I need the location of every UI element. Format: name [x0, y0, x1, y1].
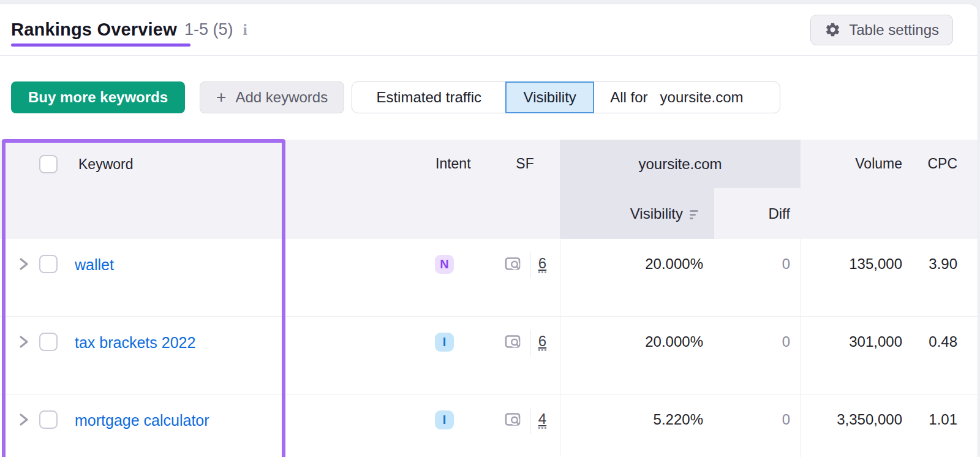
- table-row: wallet N 6 20.000% 0 135,000 3.90: [0, 239, 978, 317]
- buy-more-keywords-button[interactable]: Buy more keywords: [11, 81, 185, 113]
- sf-count-link[interactable]: 4: [538, 411, 546, 429]
- rankings-table: Keyword Intent SF yoursite.com Volume CP…: [0, 140, 978, 457]
- select-all-checkbox[interactable]: [39, 155, 58, 173]
- table-settings-button[interactable]: Table settings: [810, 15, 953, 45]
- intent-badge[interactable]: I: [435, 410, 454, 429]
- sf-column-header[interactable]: SF: [490, 140, 560, 188]
- sf-count-link[interactable]: 6: [538, 255, 546, 273]
- intent-badge[interactable]: I: [435, 333, 454, 352]
- visibility-value: 20.000%: [560, 317, 714, 394]
- divider: [530, 252, 530, 278]
- row-checkbox[interactable]: [39, 410, 58, 429]
- sort-descending-icon: [690, 210, 703, 220]
- intent-badge[interactable]: N: [435, 255, 454, 274]
- visibility-column-header[interactable]: Visibility: [560, 188, 714, 239]
- domain-group-header: yoursite.com: [560, 140, 801, 188]
- page-title: Rankings Overview: [11, 20, 177, 40]
- domain-selector[interactable]: yoursite.com: [660, 89, 744, 106]
- row-checkbox[interactable]: [39, 255, 58, 273]
- cpc-value: 1.01: [913, 395, 978, 457]
- add-keywords-button[interactable]: + Add keywords: [200, 81, 344, 113]
- volume-value: 3,350,000: [801, 395, 913, 457]
- add-keywords-label: Add keywords: [235, 89, 328, 106]
- keyword-link[interactable]: mortgage calculator: [75, 411, 209, 429]
- visibility-value: 5.220%: [560, 395, 714, 457]
- title-row: Rankings Overview 1-5 (5) i Table settin…: [0, 4, 978, 56]
- rankings-overview-card: Rankings Overview 1-5 (5) i Table settin…: [0, 4, 978, 457]
- cpc-value: 3.90: [913, 239, 978, 316]
- divider: [530, 408, 530, 434]
- title-underline-highlight: [11, 43, 190, 47]
- table-row: mortgage calculator I 4 5.220% 0 3,350,0…: [0, 395, 978, 457]
- tab-visibility[interactable]: Visibility: [505, 81, 594, 113]
- keyword-link[interactable]: wallet: [75, 255, 114, 274]
- chevron-right-icon[interactable]: [15, 334, 31, 350]
- serp-features-icon[interactable]: [503, 333, 522, 351]
- volume-value: 301,000: [801, 317, 913, 394]
- divider: [530, 330, 530, 356]
- plus-icon: +: [216, 89, 226, 106]
- row-checkbox[interactable]: [39, 333, 58, 351]
- volume-value: 135,000: [801, 239, 913, 316]
- visibility-header-label: Visibility: [630, 205, 683, 222]
- serp-features-icon[interactable]: [503, 255, 522, 273]
- table-row: tax brackets 2022 I 6 20.000% 0 301,000 …: [0, 317, 978, 395]
- all-for-label: All for: [610, 89, 647, 106]
- serp-features-icon[interactable]: [503, 410, 522, 429]
- diff-value: 0: [714, 395, 801, 457]
- chevron-right-icon[interactable]: [15, 412, 31, 428]
- diff-value: 0: [714, 317, 801, 394]
- results-range-count: 1-5 (5): [184, 20, 233, 39]
- info-icon[interactable]: i: [243, 21, 247, 39]
- visibility-value: 20.000%: [560, 239, 714, 316]
- diff-column-header[interactable]: Diff: [714, 188, 801, 239]
- cpc-column-header[interactable]: CPC: [913, 140, 978, 188]
- intent-column-header[interactable]: Intent: [429, 140, 490, 188]
- table-header: Keyword Intent SF yoursite.com Volume CP…: [0, 140, 978, 239]
- metric-filter-bar: Estimated traffic Visibility All for you…: [352, 81, 780, 113]
- keyword-column-header[interactable]: Keyword: [78, 155, 133, 173]
- table-settings-label: Table settings: [849, 21, 939, 39]
- tab-estimated-traffic[interactable]: Estimated traffic: [352, 82, 505, 113]
- sf-count-link[interactable]: 6: [538, 333, 546, 351]
- toolbar: Buy more keywords + Add keywords Estimat…: [0, 81, 978, 113]
- gear-icon: [824, 21, 841, 38]
- scope-area: All for yoursite.com: [594, 82, 780, 113]
- chevron-right-icon[interactable]: [15, 256, 31, 272]
- diff-value: 0: [714, 239, 801, 316]
- keyword-link[interactable]: tax brackets 2022: [75, 333, 195, 352]
- volume-column-header[interactable]: Volume: [801, 140, 913, 188]
- cpc-value: 0.48: [913, 317, 978, 394]
